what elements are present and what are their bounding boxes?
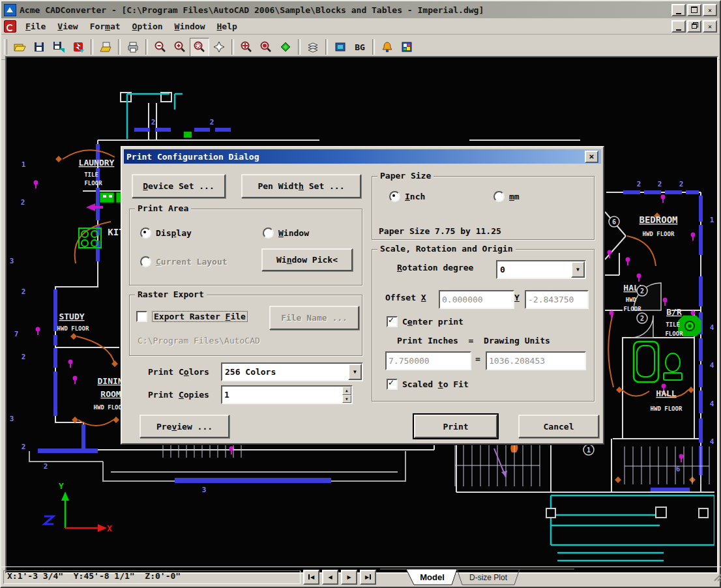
room-label: B/R xyxy=(666,307,682,317)
save-as-button[interactable] xyxy=(49,38,68,57)
svg-text:2: 2 xyxy=(640,287,644,295)
about-button[interactable] xyxy=(377,38,397,57)
room-label: HWD FLOOR xyxy=(651,405,683,412)
shade-view-button[interactable] xyxy=(276,38,295,57)
close-button[interactable]: ✕ xyxy=(703,4,717,16)
dimension-number: 2 xyxy=(22,443,26,451)
zoom-extents-button[interactable] xyxy=(190,38,209,57)
mm-radio[interactable]: mm xyxy=(493,191,520,202)
chevron-down-icon[interactable]: ▼ xyxy=(348,364,362,380)
zoom-in-button[interactable] xyxy=(170,38,190,57)
print-copies-field[interactable]: ▲ ▼ xyxy=(221,385,353,404)
pan-button[interactable] xyxy=(209,38,229,57)
scale-legend: Scale, Rotation and Origin xyxy=(377,244,516,254)
menu-format[interactable]: Format xyxy=(85,20,126,33)
room-label: HALL xyxy=(656,389,676,398)
print-colors-value: 256 Colors xyxy=(222,367,278,377)
dimension-number: 2 xyxy=(210,118,214,126)
pen-width-set-button[interactable]: Pen Width Set ... xyxy=(241,174,361,198)
document-icon[interactable] xyxy=(4,20,16,33)
print-inches-field[interactable] xyxy=(385,351,471,370)
drawing-units-input[interactable] xyxy=(487,356,585,366)
scaled-to-fit-checkbox[interactable]: Scaled to Fit xyxy=(387,379,469,390)
copies-spin-up[interactable]: ▲ xyxy=(342,387,351,395)
bg-mode-button[interactable]: BG xyxy=(350,38,370,57)
dialog-titlebar[interactable]: Print Configuration Dialog ✕ xyxy=(124,149,601,164)
circled-marker: 6 xyxy=(609,216,619,227)
offset-x-input[interactable] xyxy=(440,295,513,304)
preview-button[interactable]: Preview ... xyxy=(140,415,229,438)
radio-circle xyxy=(389,191,400,202)
dimension-number: 3 xyxy=(202,486,207,494)
rotation-degree-label: Rotation degree xyxy=(397,263,473,272)
zoom-window-button[interactable] xyxy=(237,38,256,57)
inch-radio[interactable]: Inch xyxy=(389,191,425,202)
convert-button[interactable] xyxy=(68,38,88,57)
chevron-down-icon[interactable]: ▼ xyxy=(571,261,585,278)
rotation-degree-value: 0 xyxy=(497,265,508,274)
staircase-figure xyxy=(494,448,507,477)
print-confirm-button[interactable]: Print xyxy=(414,415,497,438)
print-copies-input[interactable] xyxy=(222,390,342,400)
zoom-in-icon xyxy=(173,40,186,53)
lamp-icon xyxy=(381,40,394,53)
svg-text:6: 6 xyxy=(612,218,616,226)
menu-file[interactable]: File xyxy=(20,20,51,33)
window-titlebar[interactable]: Acme CADConverter - [C:\Program Files\Au… xyxy=(1,1,720,18)
dimension-number: 3 xyxy=(10,415,14,423)
first-tab-button[interactable]: ◀ xyxy=(303,570,319,585)
print-colors-select[interactable]: 256 Colors ▼ xyxy=(221,362,363,381)
device-set-button[interactable]: Device Set ... xyxy=(132,174,226,198)
layers-button[interactable] xyxy=(303,38,323,57)
open-button[interactable] xyxy=(10,38,29,57)
dimension-number: 4 xyxy=(710,323,714,332)
window-title: Acme CADConverter - [C:\Program Files\Au… xyxy=(20,5,668,15)
menu-view[interactable]: View xyxy=(52,20,83,33)
menu-option[interactable]: Option xyxy=(127,20,168,33)
tab-d-size-plot-label[interactable]: D-size Plot xyxy=(469,573,508,582)
shade-view-icon xyxy=(279,40,292,53)
last-tab-button[interactable]: ▶ xyxy=(360,570,376,585)
next-tab-button[interactable]: ▶ xyxy=(341,570,357,585)
print-area-legend: Print Area xyxy=(135,203,191,213)
resize-grip[interactable] xyxy=(713,572,721,581)
mdi-minimize-button[interactable] xyxy=(671,20,686,33)
color-settings-button[interactable] xyxy=(397,38,417,57)
drawing-units-field[interactable] xyxy=(486,351,586,370)
print-button[interactable] xyxy=(123,38,143,57)
offset-y-field[interactable] xyxy=(525,290,589,309)
room-label: TILE xyxy=(666,321,680,328)
window-radio[interactable]: Window xyxy=(263,228,309,239)
background-toggle-button[interactable] xyxy=(331,38,350,57)
rotation-degree-select[interactable]: 0 ▼ xyxy=(496,260,586,279)
minimize-button[interactable] xyxy=(671,4,686,16)
zoom-out-button[interactable] xyxy=(151,38,170,57)
toolbar-handle[interactable] xyxy=(4,39,7,55)
zoom-object-button[interactable] xyxy=(256,38,276,57)
copies-spin-down[interactable]: ▼ xyxy=(342,395,351,404)
export-raster-file-checkbox[interactable]: Export Raster File xyxy=(136,311,248,322)
maximize-button[interactable] xyxy=(687,4,701,16)
mdi-close-button[interactable]: ✕ xyxy=(703,20,717,33)
menu-window[interactable]: Window xyxy=(169,20,211,33)
window-pick-button[interactable]: Window Pick< xyxy=(261,248,353,271)
raster-export-group: Raster Export Export Raster File File Na… xyxy=(129,295,362,356)
tab-model-label[interactable]: Model xyxy=(420,572,445,582)
batch-convert-button[interactable] xyxy=(96,38,115,57)
cancel-button[interactable]: Cancel xyxy=(518,415,599,438)
menu-help[interactable]: Help xyxy=(212,20,243,33)
offset-x-field[interactable] xyxy=(439,290,514,309)
dialog-close-button[interactable]: ✕ xyxy=(585,151,598,163)
toolbar-separator xyxy=(118,39,121,55)
maximize-icon xyxy=(691,7,698,13)
save-button[interactable] xyxy=(29,38,49,57)
center-print-checkbox[interactable]: Center print xyxy=(387,316,464,327)
mdi-minimize-icon xyxy=(676,29,681,31)
mdi-restore-button[interactable] xyxy=(687,20,701,33)
dimension-number: 4 xyxy=(710,400,714,408)
display-radio[interactable]: Display xyxy=(140,228,192,239)
print-inches-input[interactable] xyxy=(387,356,470,366)
offset-y-input[interactable] xyxy=(526,295,587,304)
raster-export-legend: Raster Export xyxy=(135,289,207,299)
prev-tab-button[interactable]: ◀ xyxy=(322,570,338,585)
